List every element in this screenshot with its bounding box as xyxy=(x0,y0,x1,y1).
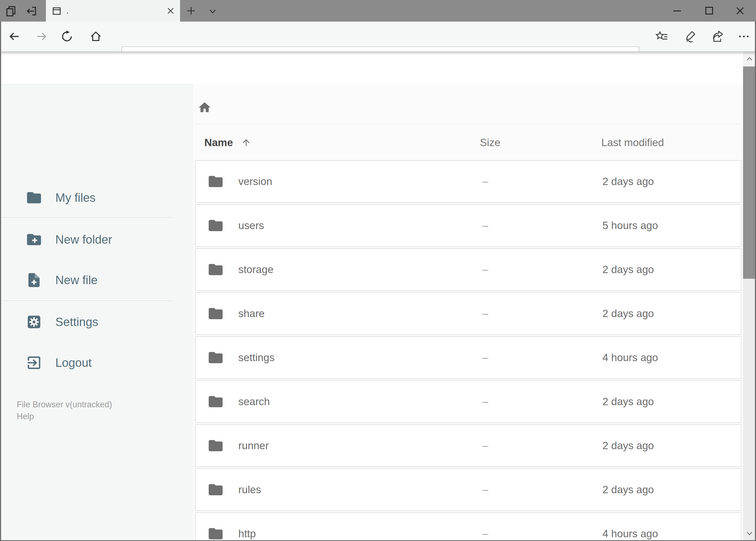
file-name: http xyxy=(238,528,256,540)
tab-close-icon[interactable] xyxy=(161,0,180,22)
sidebar-divider xyxy=(2,300,173,301)
file-row-storage[interactable]: storage – 2 days ago xyxy=(195,248,741,291)
home-icon[interactable] xyxy=(88,29,104,44)
logout-icon xyxy=(26,354,42,371)
file-modified: 4 hours ago xyxy=(603,528,658,540)
browser-titlebar: . xyxy=(0,0,756,22)
sidebar-item-label: New folder xyxy=(55,231,112,248)
file-row-runner[interactable]: runner – 2 days ago xyxy=(195,424,741,467)
file-row-share[interactable]: share – 2 days ago xyxy=(195,292,741,335)
file-list: version – 2 days ago users – 5 hours ago… xyxy=(195,160,741,541)
file-modified: 2 days ago xyxy=(603,307,654,319)
window-minimize-button[interactable] xyxy=(667,3,688,18)
sidebar-item-label: New file xyxy=(55,272,98,288)
sidebar-item-new-file[interactable]: New file xyxy=(0,272,193,288)
sidebar-item-my-files[interactable]: My files xyxy=(0,189,193,206)
window-border-left xyxy=(0,22,1,541)
back-icon[interactable] xyxy=(7,29,22,44)
page-favicon-icon xyxy=(51,5,62,16)
browser-tab[interactable]: . xyxy=(46,0,180,22)
file-modified: 2 days ago xyxy=(603,264,654,275)
new-tab-button[interactable] xyxy=(185,5,197,17)
sidebar-item-settings[interactable]: Settings xyxy=(0,313,193,330)
file-row-http[interactable]: http – 4 hours ago xyxy=(195,512,741,541)
sidebar-item-logout[interactable]: Logout xyxy=(0,354,193,371)
more-options-icon[interactable] xyxy=(736,29,751,44)
file-modified: 4 hours ago xyxy=(603,352,658,363)
folder-icon xyxy=(207,261,224,278)
column-header-size[interactable]: Size xyxy=(480,136,500,149)
file-size: – xyxy=(482,220,488,232)
file-size: – xyxy=(482,352,488,363)
file-modified: 5 hours ago xyxy=(603,220,658,232)
sidebar-item-label: Logout xyxy=(55,354,92,371)
file-name: users xyxy=(238,220,264,232)
file-row-users[interactable]: users – 5 hours ago xyxy=(195,204,741,247)
file-name: share xyxy=(238,307,265,319)
file-modified: 2 days ago xyxy=(603,396,654,407)
file-size: – xyxy=(482,440,488,452)
refresh-icon[interactable] xyxy=(59,29,75,44)
file-name: rules xyxy=(238,484,261,496)
scrollbar-thumb[interactable] xyxy=(743,66,756,279)
file-size: – xyxy=(482,176,488,188)
tabs-set-aside-list-icon[interactable] xyxy=(5,5,18,17)
folder-icon xyxy=(26,189,42,206)
browser-navbar: filebrowser.web/files/ xyxy=(0,22,756,51)
file-name: storage xyxy=(238,264,273,275)
file-modified: 2 days ago xyxy=(603,440,654,452)
set-tab-aside-icon[interactable] xyxy=(25,5,38,17)
file-size: – xyxy=(482,264,488,275)
column-header-modified[interactable]: Last modified xyxy=(601,136,664,149)
window-maximize-button[interactable] xyxy=(698,3,720,18)
sidebar-item-label: My files xyxy=(55,189,96,206)
sidebar-item-new-folder[interactable]: New folder xyxy=(0,231,193,248)
breadcrumb-home-icon[interactable] xyxy=(196,99,213,116)
file-modified: 2 days ago xyxy=(603,176,654,188)
file-row-rules[interactable]: rules – 2 days ago xyxy=(195,468,741,511)
help-link[interactable]: Help xyxy=(17,411,34,422)
file-row-version[interactable]: version – 2 days ago xyxy=(195,160,741,203)
file-name: settings xyxy=(238,352,275,363)
file-size: – xyxy=(482,528,488,540)
favorites-hub-icon[interactable] xyxy=(654,29,669,44)
window-border-right xyxy=(755,22,756,541)
file-row-settings[interactable]: settings – 4 hours ago xyxy=(195,336,741,379)
sort-ascending-arrow-icon xyxy=(241,138,251,148)
tab-preview-chevron-icon[interactable] xyxy=(206,6,219,17)
folder-icon xyxy=(207,481,224,498)
new-folder-icon xyxy=(26,231,42,248)
sidebar: My files New folder New file Settings Lo… xyxy=(0,84,193,541)
edge-window: . xyxy=(0,0,756,541)
scrollbar-up-arrow[interactable] xyxy=(743,51,756,66)
folder-icon xyxy=(207,525,224,541)
folder-icon xyxy=(207,217,224,234)
file-size: – xyxy=(482,396,488,407)
web-note-pen-icon[interactable] xyxy=(682,29,697,44)
forward-icon[interactable] xyxy=(34,29,49,44)
tab-title: . xyxy=(66,6,161,15)
settings-gear-icon xyxy=(26,313,42,330)
filebrowser-header xyxy=(0,51,756,84)
new-file-icon xyxy=(26,272,42,288)
folder-icon xyxy=(207,173,224,190)
folder-icon xyxy=(207,393,224,410)
column-header-name[interactable]: Name xyxy=(204,136,233,149)
file-size: – xyxy=(482,484,488,496)
share-icon[interactable] xyxy=(710,29,725,44)
file-size: – xyxy=(482,307,488,319)
folder-icon xyxy=(207,437,224,454)
sidebar-divider xyxy=(2,217,173,218)
page-scrollbar[interactable] xyxy=(743,51,756,541)
file-row-search[interactable]: search – 2 days ago xyxy=(195,380,741,423)
sidebar-item-label: Settings xyxy=(55,313,98,330)
scrollbar-down-arrow[interactable] xyxy=(743,526,756,541)
file-modified: 2 days ago xyxy=(603,484,654,496)
file-name: search xyxy=(238,396,270,407)
breadcrumb-divider xyxy=(195,124,741,124)
file-name: runner xyxy=(238,440,269,452)
window-close-button[interactable] xyxy=(729,3,751,18)
file-name: version xyxy=(238,176,272,188)
folder-icon xyxy=(207,349,224,366)
folder-icon xyxy=(207,305,224,322)
